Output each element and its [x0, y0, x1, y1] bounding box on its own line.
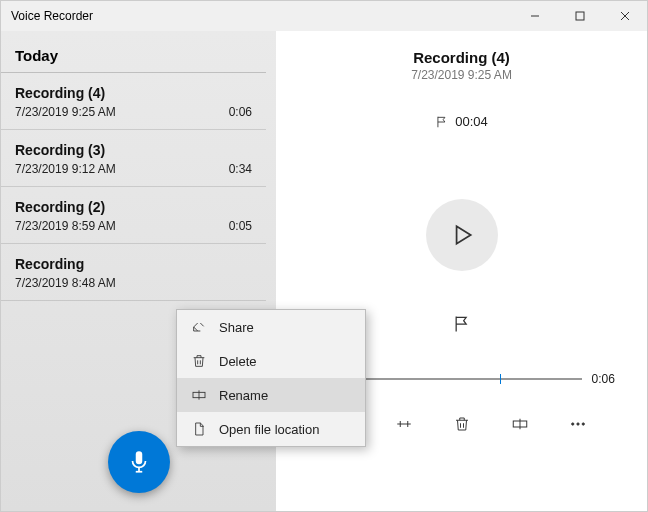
recording-item[interactable]: Recording 7/23/2019 8:48 AM: [1, 244, 266, 301]
recordings-sidebar: Today Recording (4) 7/23/2019 9:25 AM0:0…: [1, 31, 276, 511]
svg-rect-1: [576, 12, 584, 20]
rename-icon: [191, 387, 207, 403]
recording-duration: 0:34: [229, 162, 252, 176]
svg-point-10: [582, 423, 584, 425]
file-icon: [191, 421, 207, 437]
trash-icon: [191, 353, 207, 369]
bottom-toolbar: [334, 412, 590, 436]
menu-item-label: Open file location: [219, 422, 319, 437]
app-title: Voice Recorder: [11, 9, 93, 23]
titlebar: Voice Recorder: [1, 1, 647, 31]
marker-chip[interactable]: 00:04: [435, 114, 488, 129]
marker-time: 00:04: [455, 114, 488, 129]
recording-item[interactable]: Recording (2) 7/23/2019 8:59 AM0:05: [1, 187, 266, 244]
detail-title: Recording (4): [411, 49, 512, 66]
play-icon: [449, 222, 475, 248]
timeline-track[interactable]: [342, 378, 582, 380]
play-button[interactable]: [426, 199, 498, 271]
microphone-icon: [126, 449, 152, 475]
menu-item-delete[interactable]: Delete: [177, 344, 365, 378]
detail-timestamp: 7/23/2019 9:25 AM: [411, 68, 512, 82]
menu-item-share[interactable]: Share: [177, 310, 365, 344]
share-icon: [191, 319, 207, 335]
group-header-today: Today: [1, 31, 266, 73]
recording-duration: 0:06: [229, 105, 252, 119]
trash-icon: [453, 415, 471, 433]
rename-icon: [511, 415, 529, 433]
recording-timestamp: 7/23/2019 8:48 AM: [15, 276, 116, 290]
recording-item[interactable]: Recording (4) 7/23/2019 9:25 AM0:06: [1, 73, 266, 130]
more-button[interactable]: [566, 412, 590, 436]
rename-button[interactable]: [508, 412, 532, 436]
recording-name: Recording (4): [15, 85, 105, 101]
minimize-button[interactable]: [512, 1, 557, 31]
time-end: 0:06: [592, 372, 622, 386]
context-menu: Share Delete Rename Open file location: [176, 309, 366, 447]
recording-name: Recording (2): [15, 199, 105, 215]
svg-point-8: [571, 423, 573, 425]
svg-point-9: [576, 423, 578, 425]
menu-item-open-location[interactable]: Open file location: [177, 412, 365, 446]
menu-item-label: Rename: [219, 388, 268, 403]
recording-item[interactable]: Recording (3) 7/23/2019 9:12 AM0:34: [1, 130, 266, 187]
recording-timestamp: 7/23/2019 9:25 AM: [15, 105, 116, 119]
recording-duration: 0:05: [229, 219, 252, 233]
recording-name: Recording: [15, 256, 84, 272]
menu-item-rename[interactable]: Rename: [177, 378, 365, 412]
menu-item-label: Delete: [219, 354, 257, 369]
minimize-icon: [530, 11, 540, 21]
close-icon: [620, 11, 630, 21]
delete-button[interactable]: [450, 412, 474, 436]
more-icon: [569, 415, 587, 433]
maximize-icon: [575, 11, 585, 21]
recording-timestamp: 7/23/2019 9:12 AM: [15, 162, 116, 176]
record-button[interactable]: [108, 431, 170, 493]
trim-button[interactable]: [392, 412, 416, 436]
flag-icon: [452, 314, 472, 334]
trim-icon: [395, 415, 413, 433]
close-button[interactable]: [602, 1, 647, 31]
flag-icon: [435, 115, 449, 129]
timeline-marker-tick: [500, 374, 501, 384]
app-window: Voice Recorder Today Recording (4) 7/23/…: [0, 0, 648, 512]
recording-name: Recording (3): [15, 142, 105, 158]
add-marker-button[interactable]: [441, 306, 483, 342]
menu-item-label: Share: [219, 320, 254, 335]
recording-timestamp: 7/23/2019 8:59 AM: [15, 219, 116, 233]
maximize-button[interactable]: [557, 1, 602, 31]
